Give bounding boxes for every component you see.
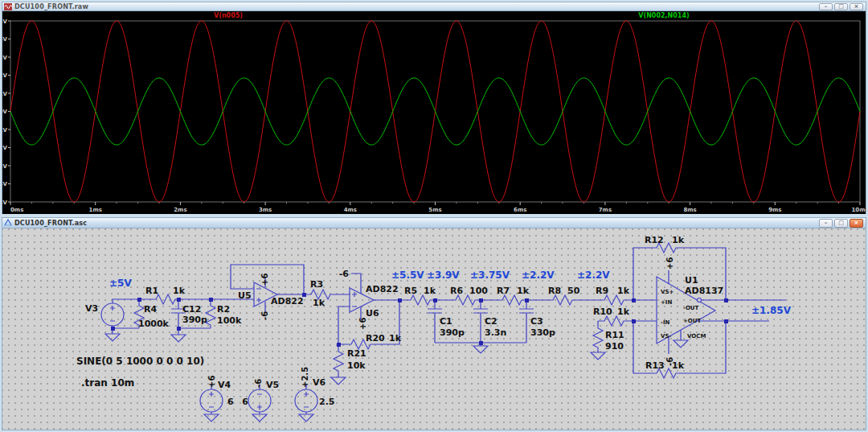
waveform-window-titlebar[interactable]: DCU100_FRONT.raw – □ × — [2, 2, 866, 11]
svg-text:4ms: 4ms — [344, 207, 357, 213]
svg-text:1k: 1k — [617, 286, 630, 296]
capacitor-C2[interactable] — [473, 309, 488, 313]
svg-text:R8: R8 — [548, 286, 561, 296]
svg-text:910: 910 — [605, 341, 624, 352]
svg-text:0V: 0V — [2, 109, 8, 115]
svg-text:+IN: +IN — [661, 299, 672, 306]
waveform-pane[interactable]: 5V4V3V2V1V0V-1V-2V-3V-4V-5V0ms1ms2ms3ms4… — [2, 11, 866, 214]
svg-text:-OUT: -OUT — [683, 305, 699, 311]
svg-text:+OUT: +OUT — [683, 318, 702, 324]
resistor-R9[interactable] — [601, 295, 627, 305]
capacitor-C3[interactable] — [519, 309, 534, 313]
svg-text:+6: +6 — [260, 274, 269, 286]
svg-text:1k: 1k — [173, 286, 186, 296]
svg-text:6: 6 — [242, 397, 248, 407]
svg-text:-6: -6 — [665, 357, 674, 366]
svg-text:50: 50 — [567, 286, 580, 296]
schematic-labels: ±5V V3 R1 1k R4 1000k C12 390p R2 100k U… — [76, 235, 792, 407]
ltspice-desktop: DCU100_FRONT.raw – □ × 5V4V3V2V1V0V-1V-2… — [0, 0, 868, 432]
resistor-R5[interactable] — [407, 295, 433, 305]
svg-text:R5: R5 — [404, 286, 417, 296]
svg-text:+6: +6 — [665, 257, 674, 269]
svg-text:VS+: VS+ — [661, 289, 674, 295]
svg-text:3ms: 3ms — [259, 207, 272, 213]
svg-text:VS-: VS- — [661, 333, 671, 339]
resistor-R7[interactable] — [499, 295, 525, 305]
svg-text:C12: C12 — [182, 304, 201, 315]
svg-text:R4: R4 — [144, 304, 157, 315]
svg-text:V3: V3 — [85, 303, 98, 314]
voltage-source-V6[interactable] — [295, 389, 317, 412]
svg-text:4V: 4V — [2, 36, 8, 43]
svg-text:±3.75V: ±3.75V — [470, 269, 510, 281]
svg-text:R1: R1 — [145, 286, 158, 296]
svg-text:±2.2V: ±2.2V — [577, 269, 610, 281]
svg-text:2.5: 2.5 — [319, 397, 335, 407]
minimize-button[interactable]: – — [819, 219, 833, 228]
schematic-canvas[interactable]: ±5V V3 R1 1k R4 1000k C12 390p R2 100k U… — [2, 228, 866, 430]
svg-text:100k: 100k — [217, 315, 242, 326]
svg-text:R2: R2 — [217, 304, 230, 315]
svg-text:10k: 10k — [347, 360, 366, 371]
svg-text:-6: -6 — [339, 269, 350, 279]
voltage-source-V4[interactable] — [200, 389, 223, 412]
svg-text:±3.9V: ±3.9V — [427, 269, 460, 281]
waveform-file-icon — [4, 3, 12, 10]
svg-text:-3V: -3V — [2, 163, 8, 170]
sine-directive[interactable]: SINE(0 5 1000 0 0 0 10) — [76, 356, 204, 367]
resistor-R21[interactable] — [334, 348, 343, 374]
waveform-plot[interactable]: 5V4V3V2V1V0V-1V-2V-3V-4V-5V0ms1ms2ms3ms4… — [2, 11, 867, 214]
svg-text:7ms: 7ms — [599, 207, 612, 213]
svg-text:R10: R10 — [593, 307, 612, 317]
voltage-source-V5[interactable] — [248, 389, 271, 412]
svg-text:R21: R21 — [347, 348, 366, 359]
svg-text:3.3n: 3.3n — [485, 327, 506, 338]
svg-text:0ms: 0ms — [10, 207, 23, 213]
svg-text:VOCM: VOCM — [687, 333, 706, 339]
svg-text:+6: +6 — [358, 318, 367, 330]
schematic-file-icon — [4, 219, 12, 227]
trace-label-vn002-n014[interactable]: V(N002,N014) — [626, 12, 702, 19]
svg-text:100: 100 — [469, 286, 488, 296]
svg-text:-6: -6 — [254, 379, 263, 388]
trace-label-vn005[interactable]: V(n005) — [199, 12, 257, 19]
svg-text:V5: V5 — [266, 380, 279, 390]
svg-text:R3: R3 — [310, 279, 323, 290]
svg-text:±1.85V: ±1.85V — [751, 305, 792, 316]
close-button[interactable]: × — [850, 219, 863, 228]
resistor-R6[interactable] — [452, 295, 478, 305]
svg-text:±2.2V: ±2.2V — [522, 269, 555, 281]
svg-text:C2: C2 — [485, 316, 497, 327]
svg-text:6: 6 — [227, 397, 234, 407]
svg-text:R11: R11 — [605, 330, 624, 340]
svg-text:R9: R9 — [596, 286, 608, 296]
svg-text:-5V: -5V — [2, 200, 8, 206]
resistor-R10[interactable] — [601, 316, 627, 326]
voltage-source-V3[interactable] — [101, 303, 124, 326]
capacitor-C1[interactable] — [428, 309, 442, 313]
node-label: ±5V — [109, 278, 132, 289]
tran-directive[interactable]: .tran 10m — [81, 377, 134, 389]
svg-text:R6: R6 — [450, 286, 463, 296]
schematic-window-titlebar[interactable]: DCU100_FRONT.asc – □ × — [2, 217, 866, 228]
restore-button[interactable]: □ — [834, 219, 848, 228]
svg-text:390p: 390p — [182, 315, 207, 325]
svg-text:-1V: -1V — [2, 127, 8, 134]
svg-text:R12: R12 — [645, 235, 664, 245]
resistor-R8[interactable] — [550, 295, 575, 305]
svg-text:U5: U5 — [238, 290, 252, 301]
svg-text:10ms: 10ms — [851, 207, 867, 213]
resistor-R11[interactable] — [593, 325, 603, 351]
svg-text:330p: 330p — [530, 327, 555, 338]
svg-text:1V: 1V — [2, 91, 8, 97]
svg-text:R13: R13 — [645, 360, 665, 371]
svg-text:9ms: 9ms — [768, 207, 781, 213]
svg-text:AD8137: AD8137 — [685, 286, 723, 296]
minimize-button[interactable]: – — [819, 3, 833, 10]
svg-text:V6: V6 — [313, 377, 326, 388]
svg-text:C3: C3 — [530, 316, 543, 327]
restore-button[interactable]: □ — [834, 3, 848, 10]
svg-text:+2.5: +2.5 — [301, 367, 309, 388]
close-button[interactable]: × — [850, 3, 863, 10]
svg-text:-4V: -4V — [2, 181, 8, 187]
